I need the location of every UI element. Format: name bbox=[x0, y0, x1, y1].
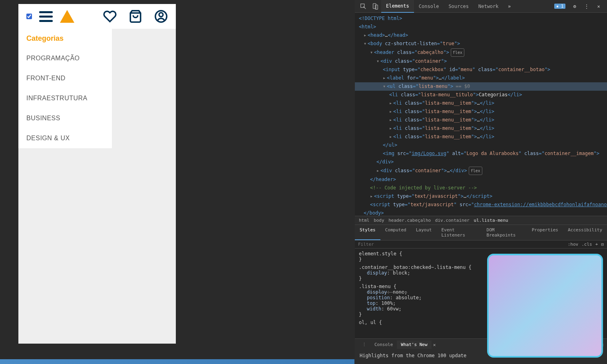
devtools-tabs: Elements Console Sources Network » ▪ 1 ⚙… bbox=[355, 0, 607, 13]
tab-dombreak[interactable]: DOM Breakpoints bbox=[482, 225, 527, 240]
favorites-icon[interactable] bbox=[103, 10, 117, 23]
panel-toggle-icon[interactable]: ⊟ bbox=[601, 242, 604, 247]
menu-item-business[interactable]: BUSINESS bbox=[18, 108, 112, 128]
more-tabs-icon[interactable]: » bbox=[506, 3, 513, 10]
cart-icon[interactable] bbox=[129, 10, 142, 23]
app-header bbox=[18, 4, 176, 29]
tab-network[interactable]: Network bbox=[474, 0, 504, 12]
new-rule-icon[interactable]: + bbox=[595, 242, 598, 247]
category-menu: Categorias PROGRAMAÇÃO FRONT-END INFRAES… bbox=[18, 29, 112, 148]
tab-listeners[interactable]: Event Listeners bbox=[436, 225, 482, 240]
profile-icon[interactable] bbox=[154, 10, 168, 23]
close-icon[interactable]: ✕ bbox=[595, 3, 602, 10]
tab-computed[interactable]: Computed bbox=[380, 225, 411, 240]
issues-badge[interactable]: ▪ 1 bbox=[554, 4, 565, 9]
tab-styles[interactable]: Styles bbox=[355, 225, 380, 240]
menu-item-frontend[interactable]: FRONT-END bbox=[18, 68, 112, 88]
menu-item-infraestrutura[interactable]: INFRAESTRUTURA bbox=[18, 88, 112, 108]
webcam-overlay bbox=[487, 254, 603, 358]
cls-toggle[interactable]: .cls bbox=[581, 242, 592, 247]
selected-element-row[interactable]: ▾<ul class="lista-menu">== $0 bbox=[355, 82, 607, 91]
tab-console[interactable]: Console bbox=[414, 0, 444, 12]
tab-accessibility[interactable]: Accessibility bbox=[563, 225, 607, 240]
styles-filter-input[interactable] bbox=[358, 242, 565, 247]
device-toggle-icon[interactable] bbox=[372, 3, 379, 10]
drawer-menu-icon[interactable]: ⋮ bbox=[358, 340, 370, 349]
styles-tabbar: Styles Computed Layout Event Listeners D… bbox=[355, 225, 607, 241]
menu-title: Categorias bbox=[18, 29, 112, 48]
drawer-console-tab[interactable]: Console bbox=[370, 340, 397, 349]
menu-checkbox[interactable] bbox=[26, 14, 32, 19]
hamburger-icon[interactable] bbox=[39, 11, 53, 22]
breadcrumb[interactable]: html body header.cabeçalho div.container… bbox=[355, 216, 607, 225]
menu-item-programacao[interactable]: PROGRAMAÇÃO bbox=[18, 48, 112, 68]
menu-item-design[interactable]: DESIGN & UX bbox=[18, 128, 112, 148]
tab-properties[interactable]: Properties bbox=[527, 225, 563, 240]
mobile-viewport: Categorias PROGRAMAÇÃO FRONT-END INFRAES… bbox=[18, 4, 176, 344]
hov-toggle[interactable]: :hov bbox=[568, 242, 579, 247]
drawer-tab-close-icon[interactable]: ✕ bbox=[433, 342, 436, 348]
kebab-icon[interactable]: ⋮ bbox=[583, 3, 590, 10]
elements-tree[interactable]: <!DOCTYPE html> <html> ▸<head>…</head> ▾… bbox=[355, 13, 607, 216]
tab-sources[interactable]: Sources bbox=[444, 0, 474, 12]
svg-rect-4 bbox=[373, 3, 376, 8]
styles-filter-row: :hov .cls + ⊟ bbox=[355, 241, 607, 249]
drawer-whatsnew-tab[interactable]: What's New bbox=[397, 340, 431, 349]
tab-elements[interactable]: Elements bbox=[381, 0, 414, 13]
taskbar bbox=[0, 359, 354, 364]
tab-layout[interactable]: Layout bbox=[411, 225, 437, 240]
logo-icon bbox=[60, 10, 74, 23]
inspect-icon[interactable] bbox=[360, 3, 367, 10]
svg-point-2 bbox=[159, 13, 163, 17]
settings-icon[interactable]: ⚙ bbox=[571, 3, 578, 10]
